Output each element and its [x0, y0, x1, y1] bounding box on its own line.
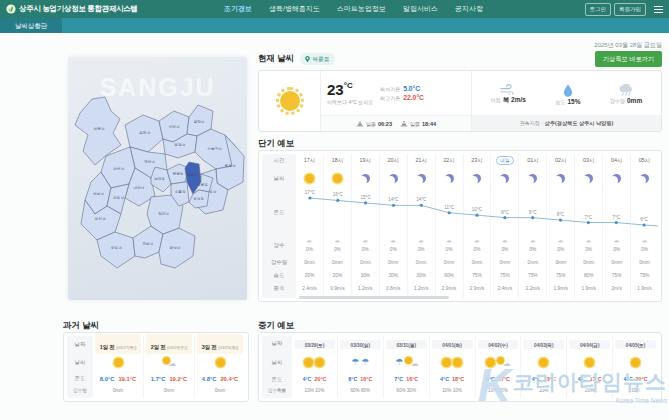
forecast-wind-value: 0.8m/s: [386, 286, 400, 291]
forecast-rainfall-value: 0mm: [639, 260, 650, 265]
forecast-rainfall-value: 0mm: [611, 260, 622, 265]
mid-temp-cell: 4°C20°C: [613, 373, 658, 385]
moon-icon: [361, 174, 370, 183]
sunset-icon: [400, 121, 408, 127]
forecast-temp-slot: [631, 189, 658, 235]
forecast-wind: 1.9m/s: [575, 282, 602, 295]
map-district-공성면[interactable]: [159, 228, 195, 268]
hamburger-menu-icon[interactable]: [654, 6, 663, 13]
forecast-time: 19시: [352, 154, 379, 167]
past-max-temp: 20.4°C: [220, 376, 238, 382]
forecast-time: 17시: [296, 154, 323, 167]
forecast-wind: 1.2m/s: [408, 282, 435, 295]
mid-min-temp: 4°C: [532, 376, 541, 382]
sun-icon: [585, 358, 594, 367]
mid-icon-pair: [631, 358, 640, 367]
time-label: 04시: [611, 157, 622, 164]
forecast-humidity-value: 80%: [584, 273, 594, 278]
umbrella-icon: ☂: [558, 239, 564, 246]
forecast-humidity: 20%: [296, 269, 323, 282]
wind-icon: [500, 84, 516, 95]
map-district-은척면[interactable]: [125, 115, 163, 152]
umbrella-icon: ☂: [613, 239, 619, 246]
mid-date: 04/01(화): [430, 336, 475, 351]
max-temp-value: 22.0°C: [403, 94, 424, 101]
forecast-temp-slot: [603, 189, 630, 235]
forecast-pop: ☂0%: [547, 235, 574, 256]
mid-temp-pair: 4°C18°C: [532, 376, 556, 382]
forecast-column: 내일☂0%0mm75%2.4m/s: [491, 154, 519, 298]
nav-item-2[interactable]: 생육/병해충지도: [269, 4, 320, 14]
forecast-column: 03시☂0%0mm80%1.9m/s: [575, 154, 603, 298]
pop-value: 0%: [390, 247, 397, 252]
past-min-temp: 4.8°C: [202, 376, 217, 382]
map-district-동성동[interactable]: [189, 190, 209, 208]
forecast-temp-slot: [352, 189, 379, 235]
nav-item-3[interactable]: 스마트농업정보: [337, 4, 386, 14]
sun-icon: [114, 358, 123, 367]
current-metrics-area: 바람북 2m/s 습도15% 강수량0mm 관측지점 :상주(경상북도 상주시 …: [471, 71, 661, 131]
pop-value: 0%: [418, 247, 425, 252]
login-button[interactable]: 로그인: [585, 3, 612, 16]
mid-temp-pair: 4°C20°C: [624, 376, 648, 382]
forecast-rainfall-value: 0mm: [500, 260, 511, 265]
mid-temp-cell: 7°C16°C: [384, 373, 429, 385]
past-rain-cell: 0mm: [195, 385, 245, 396]
forecast-pop: ☂0%: [296, 235, 323, 256]
forecast-rainfall: 0mm: [296, 256, 323, 269]
forecast-pop: ☂0%: [519, 235, 546, 256]
min-temp-label: 최저기온: [380, 86, 400, 92]
nav-item-4[interactable]: 알림서비스: [403, 4, 438, 14]
horizontal-scrollbar[interactable]: [299, 296, 449, 299]
mid-pop-cell: 10% 10%: [430, 385, 475, 396]
forecast-rainfall: 0mm: [631, 256, 658, 269]
moon-icon: [528, 174, 537, 183]
signup-button[interactable]: 회원가입: [614, 3, 646, 16]
current-weather-icon-area: [259, 71, 321, 131]
forecast-weather: [547, 167, 574, 189]
mid-min-temp: 4°C: [302, 376, 311, 382]
forecast-column: 20시☂0%0mm30%0.8m/s: [380, 154, 408, 298]
umbrella-icon: ☂: [446, 239, 452, 246]
past-date: 3일 전 (03/25(화)): [195, 336, 245, 352]
rain-umbrella-icon: ☂: [361, 358, 369, 367]
forecast-column: 18시☂0%0mm20%0.9m/s: [324, 154, 352, 298]
mid-pop-value: 10% 30%: [488, 388, 508, 393]
mid-pop-value: 60% 30%: [396, 388, 416, 393]
nav-item-1[interactable]: 조기경보: [224, 4, 252, 14]
app-logo[interactable]: 상주시 농업기상정보 통합관제시스템: [6, 4, 224, 14]
mid-temp-pair: 8°C16°C: [348, 376, 372, 382]
forecast-wind-value: 1.9m/s: [554, 286, 568, 291]
mid-max-temp: 18°C: [452, 376, 464, 382]
pop-value: 0%: [334, 247, 341, 252]
sunrise-icon: [356, 121, 364, 127]
forecast-pop: ☂0%: [324, 235, 351, 256]
weather-alert-button[interactable]: 기상특보 바로가기: [595, 51, 662, 67]
mid-weather-icons: ☂☂: [338, 351, 383, 373]
short-forecast-row-labels: 시간 날씨 온도 강수 강수량 습도 풍속: [262, 154, 296, 298]
moon-icon: [417, 174, 426, 183]
mid-temp-cell: 4°C18°C: [430, 373, 475, 385]
mid-date: 03/30(일): [338, 336, 383, 351]
location-badge[interactable]: 복룡동: [300, 53, 334, 65]
umbrella-icon: ☂: [586, 239, 592, 246]
forecast-wind: 2.4m/s: [296, 282, 323, 295]
forecast-humidity-value: 20%: [305, 273, 315, 278]
tab-weather-board[interactable]: 날씨상황판: [0, 18, 62, 33]
forecast-humidity-value: 60%: [444, 273, 454, 278]
weather-dashboard-page: 상주시 농업기상정보 통합관제시스템 조기경보생육/병해충지도스마트농업정보알림…: [0, 0, 669, 420]
forecast-pop: ☂0%: [631, 235, 658, 256]
mid-max-temp: 18°C: [544, 376, 556, 382]
past-date-label: (03/25(화)): [217, 345, 238, 350]
sun-times-strip: 일출06:23 일몰18:44: [321, 115, 471, 131]
past-date-label: (03/27(목)): [115, 345, 136, 350]
forecast-time: 03시: [575, 154, 602, 167]
forecast-wind-value: 2.4m/s: [302, 286, 316, 291]
map-district-모동면[interactable]: [97, 232, 135, 268]
time-label: 02시: [555, 157, 566, 164]
water-drop-icon: [563, 84, 573, 97]
mid-forecast-column: 04/03(목)4°C18°C20%: [521, 336, 567, 398]
nav-item-5[interactable]: 공지사항: [455, 4, 483, 14]
forecast-rainfall: 0mm: [491, 256, 518, 269]
past-date-label: (03/26(수)): [166, 345, 187, 350]
